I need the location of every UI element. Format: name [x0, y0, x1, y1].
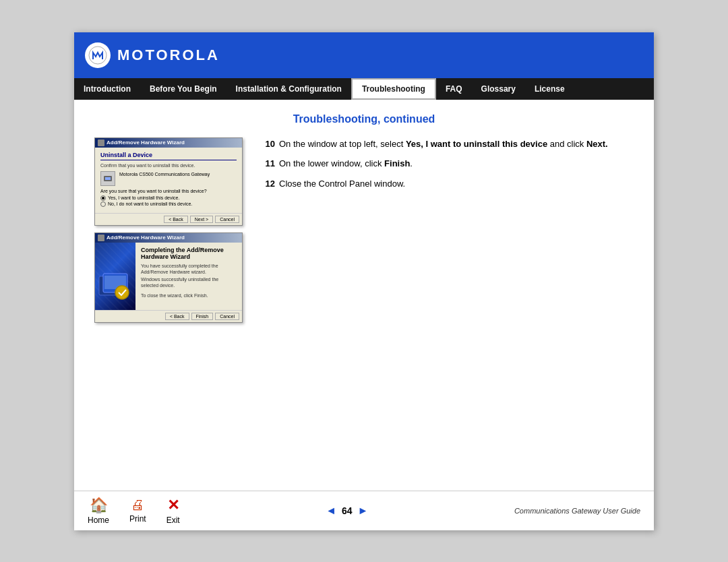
instruction-10-text: On the window at top left, select Yes, I…	[279, 137, 634, 151]
nav-before-you-begin[interactable]: Before You Begin	[140, 78, 226, 100]
instruction-11-text: On the lower window, click Finish.	[279, 157, 634, 170]
instruction-10-num: 10	[259, 137, 275, 151]
nav-faq[interactable]: FAQ	[436, 78, 472, 100]
radio-yes-label: Yes, I want to uninstall this device.	[108, 195, 179, 200]
dialog2-buttons: < Back Finish Cancel	[95, 310, 242, 322]
instruction-10: 10 On the window at top left, select Yes…	[259, 137, 634, 151]
home-button[interactable]: 🏠 Home	[88, 497, 109, 525]
main-content: Troubleshooting, continued Add/Remove Ha…	[74, 100, 654, 491]
nav-installation[interactable]: Installation & Configuration	[226, 78, 351, 100]
dialog2-titlebar: Add/Remove Hardware Wizard	[95, 233, 242, 243]
instructions-area: 10 On the window at top left, select Yes…	[259, 137, 634, 197]
wizard-heading: Completing the Add/Remove Hardware Wizar…	[141, 247, 237, 260]
motorola-logo-icon	[85, 42, 111, 68]
instruction-12-num: 12	[259, 177, 275, 191]
print-button[interactable]: 🖨 Print	[129, 497, 146, 524]
wizard-finish-text: To close the wizard, click Finish.	[141, 292, 237, 299]
page-container: MOTOROLA Introduction Before You Begin I…	[74, 32, 654, 530]
print-label: Print	[129, 514, 146, 524]
exit-label: Exit	[166, 516, 180, 525]
print-icon: 🖨	[131, 497, 144, 513]
dialog2-icon	[98, 235, 104, 241]
page-title: Troubleshooting, continued	[94, 113, 634, 125]
content-area: Add/Remove Hardware Wizard Uninstall a D…	[94, 137, 634, 323]
dialog2-cancel-btn[interactable]: Cancel	[215, 313, 239, 320]
home-label: Home	[88, 516, 109, 525]
svg-point-0	[89, 46, 107, 64]
exit-button[interactable]: ✕ Exit	[166, 497, 180, 525]
nav-troubleshooting[interactable]: Troubleshooting	[351, 78, 436, 100]
dialog1-device-row: Motorola CS500 Communications Gateway	[100, 171, 237, 186]
dialog2-body: Completing the Add/Remove Hardware Wizar…	[95, 243, 242, 310]
wizard-left-panel	[95, 243, 135, 310]
footer-left: 🏠 Home 🖨 Print ✕ Exit	[88, 497, 180, 525]
dialog1-back-btn[interactable]: < Back	[164, 216, 188, 223]
wizard-desc2: Windows successfully uninstalled the sel…	[141, 276, 237, 288]
dialog1-title: Add/Remove Hardware Wizard	[107, 139, 185, 146]
prev-page-button[interactable]: ◄	[326, 505, 336, 517]
dialog2-back-btn[interactable]: < Back	[165, 313, 189, 320]
dialog1-titlebar: Add/Remove Hardware Wizard	[95, 138, 242, 148]
instruction-12-text: Close the Control Panel window.	[279, 177, 634, 191]
svg-point-6	[115, 286, 129, 299]
radio-yes[interactable]	[100, 195, 106, 201]
dialog1-next-btn[interactable]: Next >	[190, 216, 213, 223]
home-icon: 🏠	[90, 497, 108, 514]
wizard-desc1: You have successfully completed the Add/…	[141, 263, 237, 275]
device-icon	[100, 171, 115, 186]
header-bar: MOTOROLA	[74, 32, 654, 78]
screenshots-column: Add/Remove Hardware Wizard Uninstall a D…	[94, 137, 243, 323]
dialog1-radios: Yes, I want to uninstall this device. No…	[100, 195, 237, 207]
dialog1-device-name: Motorola CS500 Communications Gateway	[119, 171, 237, 177]
instruction-11: 11 On the lower window, click Finish.	[259, 157, 634, 170]
nav-introduction[interactable]: Introduction	[74, 78, 140, 100]
dialog1-question: Are you sure that you want to uninstall …	[100, 189, 237, 193]
instruction-12: 12 Close the Control Panel window.	[259, 177, 634, 191]
dialog1-icon	[98, 139, 104, 146]
radio-no[interactable]	[100, 201, 106, 207]
nav-bar: Introduction Before You Begin Installati…	[74, 78, 654, 100]
dialog1-cancel-btn[interactable]: Cancel	[215, 216, 239, 223]
dialog1-text-block: Motorola CS500 Communications Gateway	[119, 171, 237, 177]
instruction-11-num: 11	[259, 157, 275, 170]
dialog-uninstall: Add/Remove Hardware Wizard Uninstall a D…	[94, 137, 243, 226]
dialog-complete: Add/Remove Hardware Wizard	[94, 232, 243, 323]
dialog1-buttons: < Back Next > Cancel	[95, 213, 242, 225]
svg-rect-2	[105, 177, 111, 180]
page-number: 64	[342, 505, 353, 516]
radio-yes-row: Yes, I want to uninstall this device.	[100, 195, 237, 201]
motorola-logo: MOTOROLA	[85, 42, 220, 68]
nav-license[interactable]: License	[525, 78, 574, 100]
dialog2-finish-btn[interactable]: Finish	[191, 313, 214, 320]
next-page-button[interactable]: ►	[358, 505, 369, 517]
footer-center: ◄ 64 ►	[326, 505, 368, 517]
footer-guide-title: Communications Gateway User Guide	[514, 507, 640, 515]
dialog1-section: Uninstall a Device	[100, 152, 237, 160]
radio-no-label: No, I do not want to uninstall this devi…	[108, 201, 192, 206]
wizard-right-panel: Completing the Add/Remove Hardware Wizar…	[135, 243, 242, 310]
dialog1-body: Uninstall a Device Confirm that you want…	[95, 148, 242, 213]
nav-glossary[interactable]: Glossary	[472, 78, 525, 100]
dialog2-title: Add/Remove Hardware Wizard	[107, 235, 185, 241]
footer: 🏠 Home 🖨 Print ✕ Exit ◄ 64 ► Communicati…	[74, 491, 654, 530]
dialog1-desc: Confirm that you want to uninstall this …	[100, 163, 237, 168]
exit-icon: ✕	[167, 497, 179, 514]
radio-no-row: No, I do not want to uninstall this devi…	[100, 201, 237, 207]
logo-text: MOTOROLA	[117, 46, 220, 64]
